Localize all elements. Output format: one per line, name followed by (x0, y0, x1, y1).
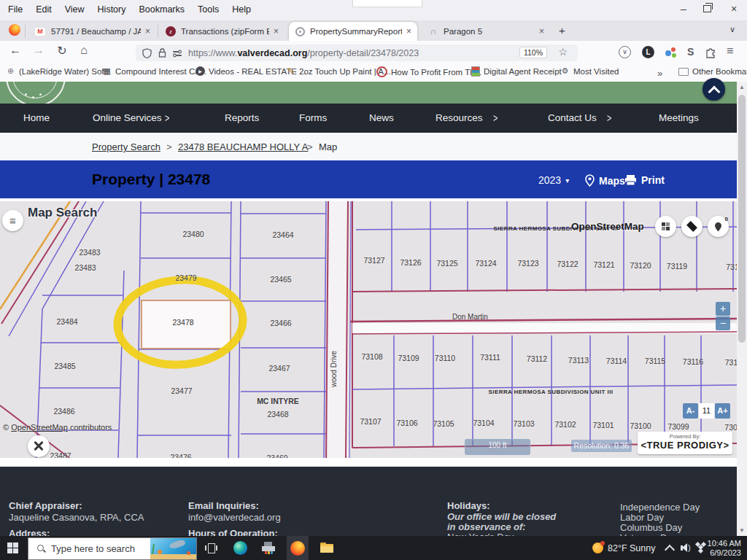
pocket-icon[interactable]: ∨ (619, 46, 631, 58)
map-panel[interactable]: 23480 23464 23483 23483 23479 23465 2348… (0, 201, 737, 458)
dropbox-icon[interactable] (696, 542, 706, 553)
print-button[interactable]: Print (624, 174, 665, 186)
tab-property-report[interactable]: PropertySummaryReport-23478 × (289, 22, 417, 41)
globe-icon: ⊕ (6, 66, 15, 76)
sign-extension-icon[interactable]: S (687, 46, 694, 58)
shield-icon[interactable] (142, 48, 152, 58)
tab-close-icon[interactable]: × (274, 26, 279, 36)
nav-meetings[interactable]: Meetings (659, 112, 699, 123)
breadcrumb-property-name[interactable]: 23478 BEAUCHAMP HOLLY A (178, 141, 308, 152)
zoom-level-badge[interactable]: 110% (519, 47, 547, 58)
parcel-label: 23467 (268, 364, 290, 373)
layers-button[interactable] (681, 216, 703, 237)
menu-history[interactable]: History (93, 3, 131, 16)
bookmark-how-to-profit[interactable]: How To Profit From Th... (376, 66, 481, 77)
bookmark-most-visited[interactable]: ⚙Most Visited (560, 66, 619, 76)
bookmark-lakeridge[interactable]: ⊕(LakeRidge Water) Sof... (6, 66, 111, 76)
bookmark-paint[interactable]: ✎2oz Touch Up Paint | A... (286, 66, 391, 76)
bookmark-compound-interest[interactable]: ▦Compound Interest Ca... (102, 66, 206, 76)
parcel-label: 73110 (435, 354, 455, 362)
osm-attribution-link[interactable]: OpenStreetMap (11, 423, 68, 432)
taskbar-clock[interactable]: 10:46 AM 6/9/2023 (706, 539, 741, 558)
forward-button[interactable]: → (29, 44, 48, 57)
tab-close-icon[interactable]: × (539, 26, 544, 36)
nav-contact-us[interactable]: Contact Us (548, 112, 597, 123)
nav-reports[interactable]: Reports (225, 112, 259, 123)
nav-forms[interactable]: Forms (299, 112, 327, 123)
menu-bookmarks[interactable]: Bookmarks (133, 3, 190, 16)
menu-tools[interactable]: Tools (193, 3, 224, 16)
bookmark-digital-receipt[interactable]: Digital Agent Receipt (471, 66, 562, 77)
speaker-icon[interactable]: ) (681, 543, 692, 553)
taskbar-search[interactable]: Type here to search (28, 537, 197, 560)
tab-zipform[interactable]: z Transactions (zipForm Edition) 2 × (159, 22, 285, 41)
weather-sun-icon[interactable] (592, 542, 603, 553)
explorer-icon[interactable] (320, 542, 333, 553)
lastpass-icon[interactable]: L (642, 46, 654, 58)
back-button[interactable]: ← (6, 44, 25, 57)
nav-home[interactable]: Home (23, 112, 50, 123)
minimize-button[interactable]: – (676, 2, 692, 15)
basemap-grid-button[interactable] (655, 216, 676, 237)
puzzle-icon[interactable] (705, 46, 717, 58)
printer-app-icon[interactable] (262, 542, 275, 554)
url-text[interactable]: https://www.valverdecad.org/property-det… (188, 48, 419, 58)
other-bookmarks[interactable]: Other Bookmarks (678, 66, 747, 76)
extension-dots-icon[interactable] (665, 47, 677, 58)
lock-icon[interactable] (158, 48, 166, 58)
bookmark-star-icon[interactable]: ☆ (558, 46, 568, 58)
weather-text[interactable]: 82°F Sunny (608, 543, 655, 553)
nav-news[interactable]: News (369, 112, 394, 123)
pin-tool-button[interactable]: 0 (708, 216, 729, 237)
restore-button[interactable] (703, 5, 711, 12)
firefox-taskbar-icon[interactable] (290, 541, 305, 556)
tab-gmail[interactable]: M 57791 / Beauchamp / JAG Deve × (28, 22, 156, 41)
menu-view[interactable]: View (60, 3, 90, 16)
paint-icon: ✎ (286, 66, 295, 76)
task-view-button[interactable] (205, 542, 217, 553)
year-dropdown[interactable]: 2023▾ (538, 174, 569, 186)
parcel-label: 73103 (513, 419, 534, 428)
email-value[interactable]: info@valverdecad.org (188, 512, 281, 523)
url-bar[interactable]: https://www.valverdecad.org/property-det… (136, 44, 578, 61)
font-increase-button[interactable]: A+ (715, 403, 730, 419)
scroll-down-arrow[interactable]: ▼ (737, 527, 747, 534)
list-tabs-chevron[interactable]: ∨ (729, 25, 735, 34)
parcel-label: 73113 (568, 356, 589, 365)
map-menu-button[interactable]: ≡ (2, 210, 23, 231)
zoom-in-button[interactable]: + (716, 302, 730, 316)
maps-button[interactable]: Maps (585, 174, 625, 187)
close-button[interactable]: × (726, 2, 742, 15)
permissions-icon[interactable] (172, 49, 182, 58)
tab-close-icon[interactable]: × (406, 26, 411, 36)
scroll-up-arrow[interactable]: ▲ (737, 84, 747, 90)
new-tab-button[interactable]: + (559, 24, 565, 36)
map-tools-button[interactable] (28, 435, 50, 457)
tab-paragon[interactable]: ∩ Paragon 5 × (422, 22, 550, 41)
page-scrollbar[interactable]: ▲ ▼ (737, 82, 747, 536)
parcel-label: 73112 (527, 354, 547, 363)
nav-resources[interactable]: Resources (436, 112, 483, 123)
subdivision-label: SIERRA HERMOSA SUBDIVISION UNIT III (489, 389, 614, 395)
reload-button[interactable]: ↻ (53, 44, 71, 58)
hamburger-menu-icon[interactable]: ≡ (727, 44, 733, 58)
nav-online-services[interactable]: Online Services (93, 112, 162, 123)
edge-icon[interactable] (233, 541, 247, 555)
menu-edit[interactable]: Edit (31, 3, 57, 16)
tab-close-icon[interactable]: × (145, 26, 150, 36)
scroll-to-top-button[interactable] (703, 78, 725, 101)
parcel-label: 73111 (480, 353, 500, 362)
menu-file[interactable]: File (3, 3, 28, 16)
bookmarks-overflow-chevron[interactable]: » (657, 68, 662, 79)
zoom-out-button[interactable]: − (716, 316, 730, 330)
start-button[interactable] (7, 542, 18, 553)
parcel-label: 23487 (50, 451, 71, 458)
parcel-label: 731 (726, 262, 737, 271)
home-button[interactable]: ⌂ (74, 44, 93, 57)
scrollbar-thumb[interactable] (738, 95, 746, 343)
parcel-label: 23468 (267, 410, 288, 419)
breadcrumb-property-search[interactable]: Property Search (92, 141, 160, 152)
firefox-icon[interactable] (9, 24, 20, 36)
font-decrease-button[interactable]: A- (683, 403, 698, 419)
menu-help[interactable]: Help (227, 3, 256, 16)
